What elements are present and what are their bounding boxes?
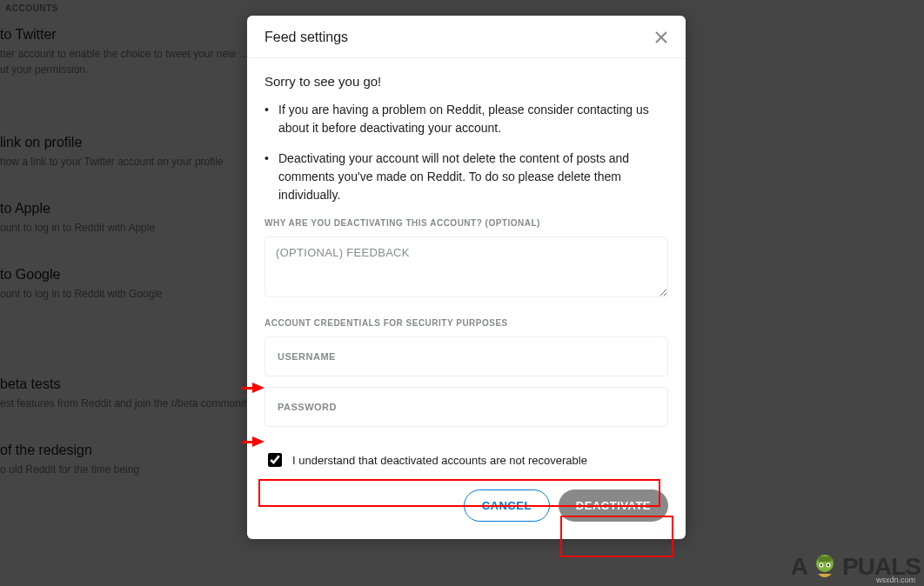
modal-body: Sorry to see you go! If you are having a… — [247, 58, 686, 539]
svg-point-7 — [827, 564, 829, 566]
attribution-text: wsxdn.com — [876, 576, 915, 584]
svg-point-6 — [820, 564, 822, 566]
svg-rect-3 — [818, 556, 832, 562]
confirm-text: I understand that deactivated accounts a… — [292, 454, 587, 467]
deactivate-button[interactable]: DEACTIVATE — [559, 489, 668, 522]
watermark-logo-icon — [809, 551, 840, 583]
deactivate-modal: Feed settings Sorry to see you go! If yo… — [247, 16, 686, 539]
cancel-button[interactable]: CANCEL — [464, 489, 550, 522]
feedback-textarea[interactable] — [264, 236, 668, 297]
reason-label: WHY ARE YOU DEACTIVATING THIS ACCOUNT? (… — [264, 218, 668, 228]
info-bullet: Deactivating your account will not delet… — [264, 150, 668, 204]
modal-title: Feed settings — [264, 30, 348, 45]
confirm-row: I understand that deactivated accounts a… — [264, 446, 668, 474]
annotation-arrow-icon — [252, 383, 264, 393]
username-field[interactable] — [264, 336, 668, 376]
sorry-heading: Sorry to see you go! — [264, 74, 668, 89]
credentials-label: ACCOUNT CREDENTIALS FOR SECURITY PURPOSE… — [264, 318, 668, 328]
info-bullet: If you are having a problem on Reddit, p… — [264, 101, 668, 137]
confirm-checkbox[interactable] — [268, 453, 282, 467]
modal-header: Feed settings — [247, 16, 686, 58]
button-row: CANCEL DEACTIVATE — [264, 489, 668, 522]
password-field[interactable] — [264, 387, 668, 427]
annotation-arrow-icon — [252, 436, 264, 447]
watermark-text: A — [791, 553, 807, 581]
info-bullets: If you are having a problem on Reddit, p… — [264, 101, 668, 204]
close-icon[interactable] — [654, 30, 668, 44]
